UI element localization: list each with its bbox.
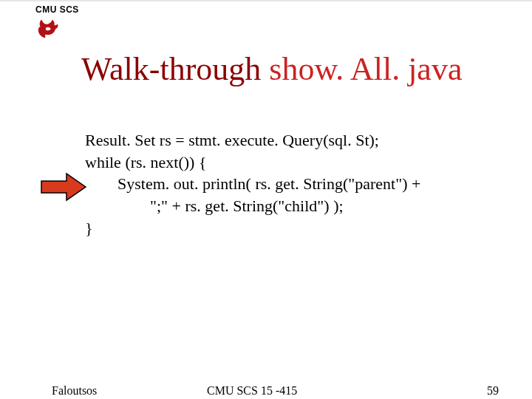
code-line: } [85, 219, 93, 237]
header: CMU SCS [35, 4, 79, 15]
header-label: CMU SCS [35, 4, 79, 15]
right-arrow-icon [40, 172, 87, 205]
griffin-logo-icon [37, 18, 59, 40]
code-line: Result. Set rs = stmt. execute. Query(sq… [85, 131, 379, 149]
code-block: Result. Set rs = stmt. execute. Query(sq… [85, 129, 420, 239]
code-line: ";" + rs. get. String("child") ); [85, 197, 344, 215]
slide-title: Walk-through show. All. java [81, 52, 462, 87]
code-line: System. out. println( rs. get. String("p… [85, 174, 420, 193]
title-filename: show. All. java [269, 51, 462, 87]
footer-course: CMU SCS 15 -415 [207, 384, 297, 398]
code-line: while (rs. next()) { [85, 153, 207, 171]
footer-page-number: 59 [487, 384, 499, 398]
top-border [0, 0, 532, 1]
title-prefix: Walk-through [81, 51, 269, 87]
footer-author: Faloutsos [52, 384, 97, 398]
